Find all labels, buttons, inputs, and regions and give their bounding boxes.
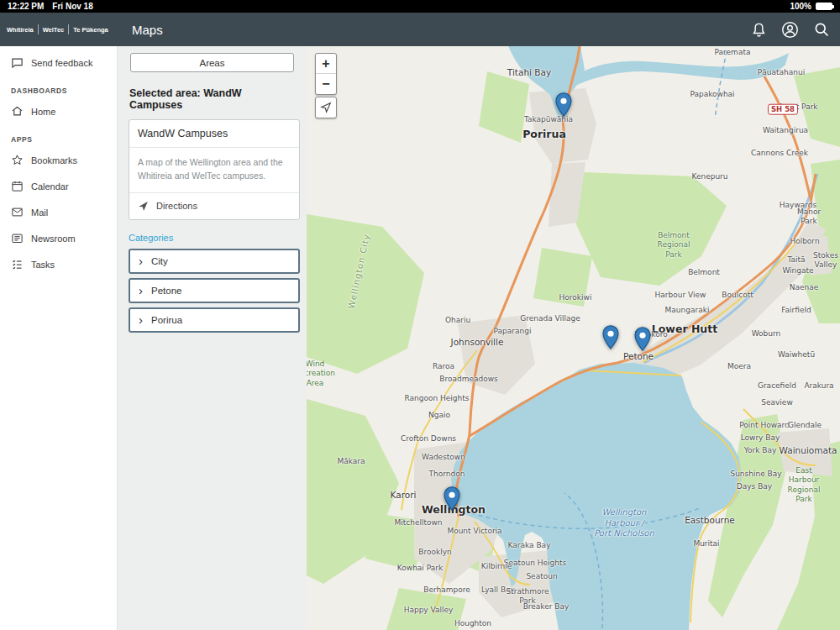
category-label: City [151,256,168,266]
pin-icon [634,327,652,351]
body-row: Send feedback DASHBOARDS Home APPS Bookm… [0,46,840,630]
sidebar-section-apps: APPS [0,124,117,147]
category-label: Porirua [151,315,182,325]
feedback-chat-icon [11,56,24,69]
home-icon [11,105,24,118]
locate-arrow-icon [320,102,332,113]
brand-logos: Whitireia WelTec Te Pūkenga [0,24,113,34]
zoom-out-button[interactable]: − [316,74,336,94]
zoom-in-button[interactable]: + [316,54,336,74]
sidebar-item-calendar[interactable]: Calendar [0,173,117,199]
logo-te-pukenga: Te Pūkenga [73,26,108,34]
locate-button[interactable] [315,97,337,118]
calendar-icon [11,180,24,192]
category-city[interactable]: › City [129,249,300,274]
tasks-icon [11,258,24,270]
header-actions [751,21,840,39]
status-bar: 12:22 PMFri Nov 18 100% [0,0,840,13]
sidebar-item-home[interactable]: Home [0,98,117,124]
account-icon[interactable] [781,21,799,39]
status-left: 12:22 PMFri Nov 18 [8,2,102,11]
chevron-right-icon: › [139,284,143,297]
sidebar-item-newsroom[interactable]: Newsroom [0,225,117,251]
category-petone[interactable]: › Petone [129,278,300,303]
zoom-control: + − [315,53,337,95]
category-label: Petone [151,286,181,296]
sidebar-item-tasks[interactable]: Tasks [0,251,117,277]
chevron-right-icon: › [139,313,143,326]
directions-button[interactable]: Directions [129,193,299,219]
pin-icon [602,325,620,349]
sidebar-item-mail[interactable]: Mail [0,199,117,225]
star-icon [11,154,24,166]
sidebar-item-label: Bookmarks [31,155,77,165]
sidebar-item-label: Calendar [31,181,69,192]
clock: 12:22 PM [8,2,44,11]
categories-link[interactable]: Categories [129,233,296,243]
mail-icon [11,206,24,218]
area-panel: Areas Selected area: WandW Campuses Wand… [118,46,307,630]
sidebar-item-label: Home [31,107,55,117]
battery-percent: 100% [790,2,811,11]
chevron-right-icon: › [139,255,143,267]
pin-icon [555,92,573,117]
map-pin-petone-campus-east[interactable] [634,327,652,354]
logo-whitireia: Whitireia [7,26,34,34]
notifications-bell-icon[interactable] [751,22,767,38]
logo-separator [38,24,39,34]
sidebar-item-send-feedback[interactable]: Send feedback [0,50,117,76]
directions-label: Directions [156,201,197,211]
search-icon[interactable] [813,21,830,38]
map-image [307,46,840,630]
status-right: 100% [790,2,832,11]
area-card-title: WandW Campuses [129,120,299,148]
map-pin-wellington-campus[interactable] [444,486,461,514]
map-pin-porirua-campus[interactable] [555,92,573,120]
sidebar-section-dashboards: DASHBOARDS [0,76,117,98]
areas-button[interactable]: Areas [130,53,294,72]
selected-area-heading: Selected area: WandW Campuses [129,87,295,111]
screen: 12:22 PMFri Nov 18 100% Whitireia WelTec… [0,0,840,630]
sidebar-item-label: Mail [31,207,48,218]
sidebar: Send feedback DASHBOARDS Home APPS Bookm… [0,46,118,630]
category-porirua[interactable]: › Porirua [129,307,300,333]
status-date: Fri Nov 18 [52,2,92,11]
page-title: Maps [132,23,163,37]
map-pin-petone-campus-west[interactable] [602,325,620,353]
area-card-description: A map of the Wellington area and the Whi… [129,148,299,193]
sidebar-item-label: Newsroom [31,234,76,244]
logo-separator [68,24,69,34]
app-header: Whitireia WelTec Te Pūkenga Maps [0,13,840,46]
newspaper-icon [11,232,24,244]
map-canvas[interactable]: ParemataTitahi BayPāuatahanuiPapakowhaiA… [307,46,840,630]
logo-weltec: WelTec [43,26,65,34]
pin-icon [444,486,461,511]
sidebar-item-bookmarks[interactable]: Bookmarks [0,147,117,173]
sidebar-item-label: Send feedback [31,58,92,68]
directions-arrow-icon [138,201,149,212]
sidebar-item-label: Tasks [31,260,55,270]
battery-icon [816,3,832,10]
area-card: WandW Campuses A map of the Wellington a… [129,119,300,220]
